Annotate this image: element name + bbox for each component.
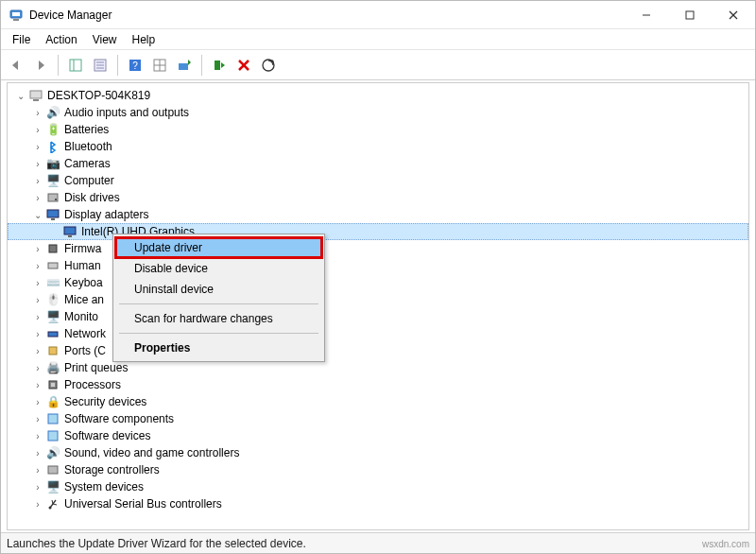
- tree-item-storage-controllers[interactable]: ›Storage controllers: [8, 461, 748, 478]
- expand-icon[interactable]: ›: [32, 107, 43, 118]
- forward-button[interactable]: [29, 54, 52, 77]
- svg-point-26: [55, 199, 57, 200]
- menu-help[interactable]: Help: [125, 31, 163, 48]
- expand-icon[interactable]: ›: [32, 175, 43, 186]
- expand-icon[interactable]: ›: [32, 396, 43, 407]
- battery-icon: 🔋: [45, 122, 60, 137]
- expand-icon[interactable]: ›: [32, 362, 43, 373]
- tree-label: Software devices: [64, 429, 150, 442]
- enable-device-button[interactable]: [208, 54, 231, 77]
- toolbar: ?: [1, 50, 755, 80]
- expand-icon[interactable]: ›: [32, 481, 43, 493]
- grid-button[interactable]: [148, 54, 171, 77]
- tree-item-batteries[interactable]: ›🔋Batteries: [8, 121, 748, 138]
- menu-file[interactable]: File: [5, 31, 38, 48]
- expand-icon[interactable]: ›: [32, 124, 43, 135]
- expand-icon[interactable]: ›: [32, 243, 43, 254]
- expand-icon[interactable]: ›: [32, 328, 43, 339]
- tree-label: Display adapters: [64, 208, 148, 221]
- svg-rect-30: [68, 235, 72, 237]
- expand-icon[interactable]: ›: [32, 464, 43, 476]
- expand-icon[interactable]: ›: [32, 277, 43, 288]
- ctx-update-driver[interactable]: Update driver: [115, 237, 322, 258]
- expand-icon[interactable]: ›: [32, 192, 43, 203]
- tree-item-software-devices[interactable]: ›Software devices: [8, 427, 748, 444]
- ctx-separator: [119, 333, 318, 334]
- svg-point-22: [263, 60, 274, 71]
- menu-action[interactable]: Action: [38, 31, 84, 48]
- lock-icon: 🔒: [45, 394, 60, 409]
- expand-icon[interactable]: ›: [32, 498, 43, 510]
- tree-item-security[interactable]: ›🔒Security devices: [8, 393, 748, 410]
- svg-rect-28: [51, 218, 55, 220]
- ctx-scan-hardware[interactable]: Scan for hardware changes: [115, 308, 322, 329]
- tree-item-sound[interactable]: ›🔊Sound, video and game controllers: [8, 444, 748, 461]
- chip-icon: [45, 241, 60, 256]
- expand-icon[interactable]: ›: [32, 260, 43, 271]
- tree-label: Processors: [64, 378, 121, 391]
- expand-spacer: [49, 226, 60, 237]
- ctx-uninstall-device[interactable]: Uninstall device: [115, 279, 322, 300]
- menubar: File Action View Help: [1, 29, 755, 50]
- expand-icon[interactable]: ›: [32, 311, 43, 322]
- svg-rect-34: [49, 347, 57, 355]
- update-driver-button[interactable]: [173, 54, 196, 77]
- svg-rect-37: [48, 414, 58, 424]
- tree-item-software-components[interactable]: ›Software components: [8, 410, 748, 427]
- collapse-icon[interactable]: ⌄: [32, 209, 43, 220]
- tree-label: Firmwa: [64, 242, 101, 255]
- mouse-icon: 🖱️: [45, 292, 60, 307]
- ctx-disable-device[interactable]: Disable device: [115, 258, 322, 279]
- expand-icon[interactable]: ›: [32, 413, 43, 424]
- expand-icon[interactable]: ›: [32, 158, 43, 169]
- tree-item-usb[interactable]: ›Universal Serial Bus controllers: [8, 495, 748, 512]
- watermark: wsxdn.com: [702, 539, 749, 549]
- ctx-properties[interactable]: Properties: [115, 338, 322, 358]
- collapse-icon[interactable]: ⌄: [15, 90, 26, 101]
- expand-icon[interactable]: ›: [32, 430, 43, 441]
- tree-item-system[interactable]: ›🖥️System devices: [8, 478, 748, 495]
- menu-view[interactable]: View: [85, 31, 125, 48]
- bluetooth-icon: [45, 139, 60, 154]
- tree-item-computer[interactable]: ›🖥️Computer: [8, 172, 748, 189]
- uninstall-button[interactable]: [232, 54, 255, 77]
- maximize-button[interactable]: [668, 1, 712, 29]
- pc-icon: 🖥️: [45, 173, 60, 188]
- svg-line-43: [52, 500, 53, 504]
- show-hide-tree-button[interactable]: [64, 54, 87, 77]
- tree-item-disk-drives[interactable]: ›Disk drives: [8, 189, 748, 206]
- expand-icon[interactable]: ›: [32, 294, 43, 305]
- statusbar: Launches the Update Driver Wizard for th…: [1, 532, 755, 553]
- ctx-label: Properties: [134, 341, 190, 355]
- expand-icon[interactable]: ›: [32, 447, 43, 459]
- tree-root[interactable]: ⌄ DESKTOP-504K819: [8, 87, 748, 104]
- tree-label: Ports (C: [64, 344, 106, 357]
- tree-label: Monito: [64, 310, 98, 323]
- tree-label: Keyboa: [64, 276, 103, 289]
- tree-label: Cameras: [64, 157, 111, 170]
- close-button[interactable]: [712, 1, 755, 29]
- properties-button[interactable]: [89, 54, 112, 77]
- back-button[interactable]: [5, 54, 27, 77]
- tree-label: Audio inputs and outputs: [64, 106, 189, 119]
- help-button[interactable]: ?: [124, 54, 146, 77]
- svg-rect-18: [179, 63, 188, 70]
- expand-icon[interactable]: ›: [32, 141, 43, 152]
- tree-item-cameras[interactable]: ›📷Cameras: [8, 155, 748, 172]
- ctx-label: Update driver: [134, 241, 202, 254]
- tree-item-audio[interactable]: ›🔊Audio inputs and outputs: [8, 104, 748, 121]
- tree-label: Universal Serial Bus controllers: [64, 497, 222, 511]
- tree-label: Disk drives: [64, 191, 120, 204]
- scan-hardware-button[interactable]: [257, 54, 280, 77]
- ctx-label: Disable device: [134, 262, 208, 275]
- svg-rect-32: [48, 263, 58, 268]
- expand-icon[interactable]: ›: [32, 379, 43, 390]
- ctx-separator: [119, 303, 318, 304]
- tree-item-processors[interactable]: ›Processors: [8, 376, 748, 393]
- tree-item-display-adapters[interactable]: ⌄Display adapters: [8, 206, 748, 223]
- svg-rect-19: [215, 61, 220, 70]
- tree-item-bluetooth[interactable]: ›Bluetooth: [8, 138, 748, 155]
- minimize-button[interactable]: [625, 1, 668, 29]
- expand-icon[interactable]: ›: [32, 345, 43, 356]
- disk-icon: [45, 190, 60, 205]
